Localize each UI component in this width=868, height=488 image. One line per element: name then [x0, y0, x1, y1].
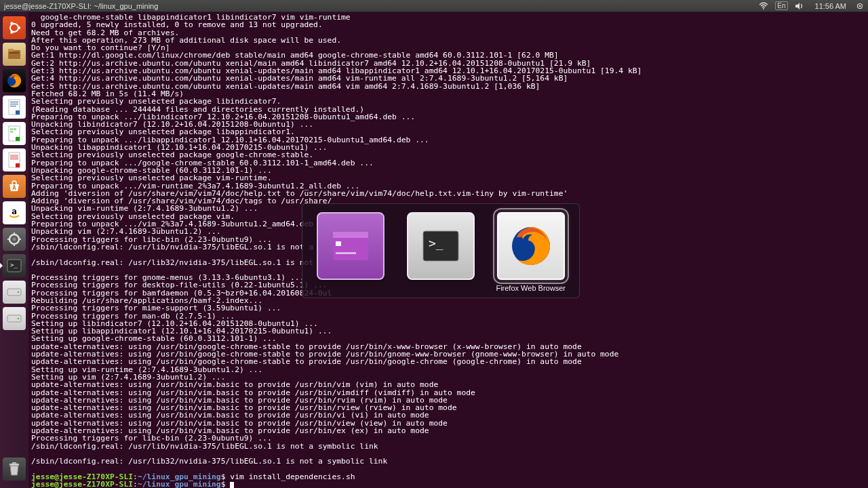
terminal-line: Get:4 http://us.archive.ubuntu.com/ubunt…: [31, 75, 865, 82]
firefox-icon[interactable]: [3, 69, 26, 92]
terminal-line: Selecting previously unselected package …: [31, 174, 865, 182]
terminal-line: /sbin/ldconfig.real: /usr/lib/nvidia-375…: [31, 443, 865, 450]
svg-point-4: [10, 24, 18, 32]
svg-text:a: a: [12, 206, 17, 216]
terminal-line: 0 upgraded, 5 newly installed, 0 to remo…: [31, 21, 865, 28]
svg-point-38: [18, 318, 20, 320]
terminal-line: Processing triggers for libc-bin (2.23-0…: [31, 434, 865, 442]
wifi-icon[interactable]: [759, 2, 768, 10]
unity-launcher: A a >_: [0, 12, 28, 488]
gear-icon[interactable]: [856, 2, 864, 10]
svg-point-5: [18, 26, 20, 29]
app-switcher-firefox[interactable]: Firefox Web Browser: [494, 212, 567, 292]
window-title: jesse@jesse-Z170XP-SLI: ~/linux_gpu_mini…: [4, 2, 158, 10]
terminal-line: update-alternatives: using /usr/bin/goog…: [31, 358, 865, 365]
svg-rect-18: [10, 128, 13, 130]
app-switcher: >_ Firefox Web Browser: [302, 203, 580, 298]
software-center-icon[interactable]: A: [3, 175, 26, 198]
top-menubar: jesse@jesse-Z170XP-SLI: ~/linux_gpu_mini…: [0, 0, 868, 12]
svg-point-3: [859, 5, 861, 7]
svg-rect-13: [10, 102, 18, 102]
terminal-line: Selecting previously unselected package …: [31, 98, 865, 105]
terminal-line: /sbin/ldconfig.real: /usr/lib32/nvidia-3…: [31, 458, 865, 465]
files-icon[interactable]: [3, 43, 26, 66]
svg-rect-19: [14, 128, 16, 130]
terminal-line: update-alternatives: using /usr/bin/vim.…: [31, 381, 865, 388]
app-switcher-terminal[interactable]: >_: [405, 212, 477, 284]
amazon-icon[interactable]: a: [3, 201, 26, 224]
trash-icon[interactable]: [3, 458, 26, 481]
svg-rect-43: [336, 241, 341, 246]
svg-rect-39: [9, 464, 19, 466]
terminal-icon[interactable]: >_: [3, 254, 26, 277]
svg-point-6: [10, 22, 13, 24]
writer-icon[interactable]: [3, 96, 26, 119]
clock-indicator[interactable]: 11:56 AM: [815, 2, 846, 10]
svg-rect-42: [333, 232, 368, 238]
svg-rect-24: [16, 163, 20, 167]
settings-icon[interactable]: [3, 228, 26, 251]
svg-rect-9: [8, 49, 14, 52]
terminal-line: Processing triggers for mime-support (3.…: [31, 304, 865, 312]
terminal-cursor: [230, 482, 234, 488]
svg-rect-20: [10, 131, 13, 133]
volume-icon[interactable]: [795, 2, 804, 10]
keyboard-lang-indicator[interactable]: En: [775, 1, 787, 10]
terminal-prompt-current[interactable]: jesse@jesse-Z170XP-SLI:~/linux_gpu_minin…: [31, 481, 865, 488]
disk1-icon[interactable]: [3, 281, 26, 304]
svg-rect-40: [12, 462, 16, 464]
app-switcher-firefox-label: Firefox Web Browser: [496, 284, 566, 292]
svg-point-7: [10, 30, 13, 33]
calc-icon[interactable]: [3, 122, 26, 145]
disk2-icon[interactable]: [3, 307, 26, 330]
svg-text:A: A: [12, 184, 16, 191]
svg-text:>_: >_: [10, 262, 18, 268]
svg-rect-23: [10, 155, 18, 160]
svg-text:>_: >_: [429, 236, 443, 250]
impress-icon[interactable]: [3, 148, 26, 171]
app-switcher-files[interactable]: [315, 212, 387, 284]
svg-rect-44: [336, 252, 356, 254]
svg-point-28: [13, 238, 16, 241]
svg-rect-14: [10, 104, 18, 104]
terminal-line: Selecting previously unselected package …: [31, 151, 865, 159]
svg-marker-1: [795, 3, 800, 9]
ubuntu-dash-icon[interactable]: [3, 16, 26, 39]
svg-point-0: [763, 8, 764, 9]
svg-rect-21: [16, 137, 20, 141]
svg-rect-15: [10, 106, 16, 106]
indicator-area: En 11:56 AM: [759, 1, 864, 10]
svg-point-36: [18, 291, 20, 293]
svg-rect-16: [16, 110, 20, 115]
svg-rect-10: [9, 52, 19, 54]
